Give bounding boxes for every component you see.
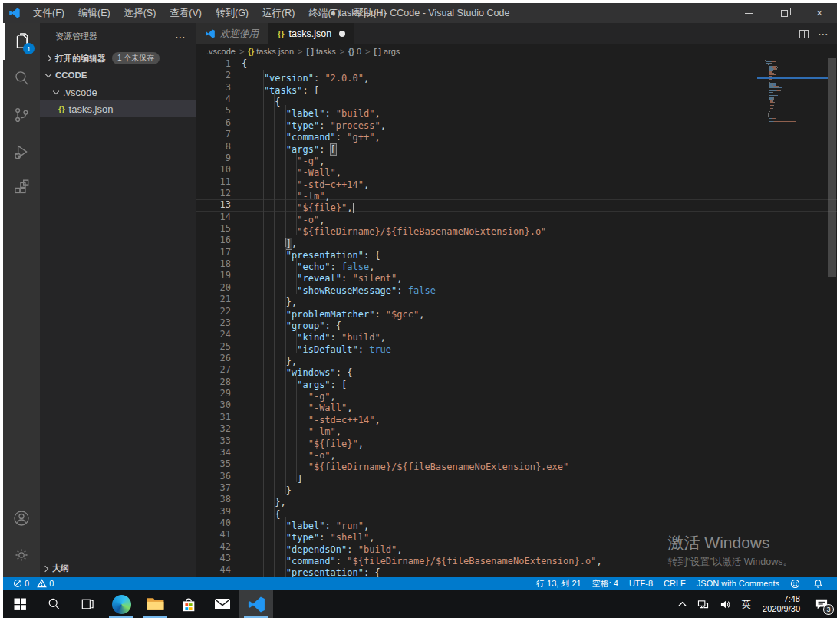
code-line-41[interactable]: 41"type": "shell", — [196, 529, 837, 540]
scrollbar-thumb[interactable] — [828, 58, 836, 277]
code-line-39[interactable]: 39{ — [196, 506, 837, 518]
code-line-11[interactable]: 11"-std=c++14", — [196, 176, 837, 188]
breadcrumb-item-args[interactable]: [ ]args — [374, 47, 400, 56]
code-line-8[interactable]: 8"args": [ — [196, 141, 837, 153]
code-line-28[interactable]: 28"args": [ — [196, 376, 837, 388]
activity-account-icon[interactable] — [3, 500, 40, 537]
menu-8[interactable]: 帮助(H) — [347, 3, 393, 23]
code-line-29[interactable]: 29"-g", — [196, 388, 837, 399]
code-line-35[interactable]: 35"${fileDirname}/${fileBasenameNoExtens… — [196, 458, 837, 470]
volume-icon[interactable] — [714, 600, 736, 610]
modified-dot-icon[interactable] — [339, 31, 345, 37]
code-line-31[interactable]: 31"-std=c++14", — [196, 412, 837, 423]
status-utf-8[interactable]: UTF-8 — [624, 579, 658, 588]
code-line-1[interactable]: 1{ — [196, 58, 837, 70]
warnings-item[interactable]: 0 — [33, 579, 58, 588]
taskbar-search-button[interactable] — [37, 590, 71, 618]
code-line-13[interactable]: 13"${file}", — [196, 199, 837, 211]
status-json-with-comments[interactable]: JSON with Comments — [691, 579, 785, 588]
activity-settings-icon[interactable] — [3, 537, 40, 573]
tree-item-ccode[interactable]: CCODE — [40, 67, 196, 84]
tray-chevron-up-icon[interactable] — [673, 601, 692, 607]
code-line-26[interactable]: 26}, — [196, 353, 837, 364]
menu-5[interactable]: 转到(G) — [209, 3, 255, 23]
activity-run-debug-icon[interactable] — [3, 133, 40, 170]
errors-item[interactable]: 0 — [9, 579, 33, 588]
code-line-21[interactable]: 21}, — [196, 294, 837, 305]
clock[interactable]: 7:48 2020/9/30 — [756, 594, 806, 614]
taskbar-store-button[interactable] — [172, 590, 206, 618]
outline-section[interactable]: 大纲 — [40, 560, 196, 577]
menu-6[interactable]: 运行(R) — [255, 3, 301, 23]
code-line-12[interactable]: 12"-lm", — [196, 188, 837, 199]
input-language-indicator[interactable]: 英 — [736, 598, 756, 611]
taskbar-task-view-button[interactable] — [71, 590, 104, 618]
code-line-24[interactable]: 24"kind": "build", — [196, 329, 837, 340]
editor-scrollbar[interactable] — [828, 58, 837, 577]
code-line-30[interactable]: 30"-Wall", — [196, 399, 837, 411]
more-actions-icon[interactable]: ⋯ — [175, 31, 186, 43]
activity-source-control-icon[interactable] — [3, 97, 40, 133]
minimize-button[interactable] — [731, 3, 766, 23]
open-editors-section[interactable]: 打开的编辑器 1 个未保存 — [40, 50, 196, 67]
status-crlf[interactable]: CRLF — [658, 579, 691, 588]
taskbar-start-button[interactable] — [3, 590, 37, 618]
code-line-18[interactable]: 18"echo": false, — [196, 258, 837, 270]
editor-more-actions-icon[interactable]: ⋯ — [818, 28, 829, 40]
tree-item-.vscode[interactable]: .vscode — [40, 84, 196, 100]
taskbar-file-explorer-button[interactable] — [138, 590, 172, 618]
bell-icon[interactable] — [808, 579, 831, 589]
tree-item-tasks.json[interactable]: {}tasks.json — [40, 100, 196, 117]
restore-button[interactable] — [766, 3, 802, 23]
tab-tasks-json[interactable]: {}tasks.json — [268, 23, 355, 44]
code-editor[interactable]: 1{2"version": "2.0.0",3"tasks": [4{5"lab… — [196, 58, 837, 577]
code-line-32[interactable]: 32"-lm", — [196, 423, 837, 435]
taskbar-vscode-button[interactable] — [239, 590, 273, 618]
code-line-42[interactable]: 42"dependsOn": "build", — [196, 541, 837, 553]
network-icon[interactable] — [692, 600, 714, 610]
code-line-20[interactable]: 20"showReuseMessage": false — [196, 282, 837, 294]
close-button[interactable]: × — [802, 3, 837, 23]
code-line-25[interactable]: 25"isDefault": true — [196, 341, 837, 353]
status--13-21[interactable]: 行 13, 列 21 — [531, 578, 587, 590]
activity-extensions-icon[interactable] — [3, 170, 40, 207]
code-line-9[interactable]: 9"-g", — [196, 153, 837, 164]
code-line-10[interactable]: 10"-Wall", — [196, 164, 837, 176]
code-line-33[interactable]: 33"${file}", — [196, 435, 837, 447]
taskbar-mail-button[interactable] — [206, 590, 239, 618]
code-line-34[interactable]: 34"-o", — [196, 447, 837, 458]
code-line-22[interactable]: 22"problemMatcher": "$gcc", — [196, 306, 837, 317]
code-line-2[interactable]: 2"version": "2.0.0", — [196, 70, 837, 81]
code-line-40[interactable]: 40"label": "run", — [196, 518, 837, 529]
menu-1[interactable]: 文件(F) — [26, 3, 71, 23]
menu-3[interactable]: 选择(S) — [117, 3, 163, 23]
code-line-23[interactable]: 23"group": { — [196, 317, 837, 329]
tab--[interactable]: 欢迎使用 — [196, 23, 268, 44]
feedback-icon[interactable] — [785, 579, 808, 589]
code-line-7[interactable]: 7"command": "g++", — [196, 129, 837, 140]
code-line-37[interactable]: 37} — [196, 482, 837, 494]
breadcrumb-item-tasks-json[interactable]: {}tasks.json — [248, 47, 294, 56]
activity-explorer-icon[interactable]: 1 — [3, 23, 40, 60]
code-line-3[interactable]: 3"tasks": [ — [196, 82, 837, 94]
code-line-5[interactable]: 5"label": "build", — [196, 105, 837, 117]
action-center-button[interactable]: 3 — [806, 590, 837, 618]
taskbar-edge-button[interactable] — [104, 590, 138, 618]
code-line-27[interactable]: 27"windows": { — [196, 364, 837, 376]
breadcrumb-item-0[interactable]: {}0 — [348, 47, 361, 56]
menu-2[interactable]: 编辑(E) — [71, 3, 117, 23]
breadcrumb-item-tasks[interactable]: [ ]tasks — [307, 47, 336, 56]
code-line-14[interactable]: 14"-o", — [196, 212, 837, 223]
menu-7[interactable]: 终端(T) — [301, 3, 347, 23]
activity-search-icon[interactable] — [3, 60, 40, 97]
menu-4[interactable]: 查看(V) — [163, 3, 209, 23]
code-line-38[interactable]: 38}, — [196, 494, 837, 505]
code-line-43[interactable]: 43"command": "${fileDirname}/${fileBasen… — [196, 553, 837, 564]
split-editor-icon[interactable] — [799, 30, 809, 38]
minimap[interactable] — [757, 60, 828, 182]
problems-indicator[interactable]: 0 0 — [3, 579, 58, 588]
code-line-15[interactable]: 15"${fileDirname}/${fileBasenameNoExtens… — [196, 223, 837, 235]
code-line-17[interactable]: 17"presentation": { — [196, 247, 837, 258]
code-line-6[interactable]: 6"type": "process", — [196, 117, 837, 129]
code-line-19[interactable]: 19"reveal": "silent", — [196, 270, 837, 281]
